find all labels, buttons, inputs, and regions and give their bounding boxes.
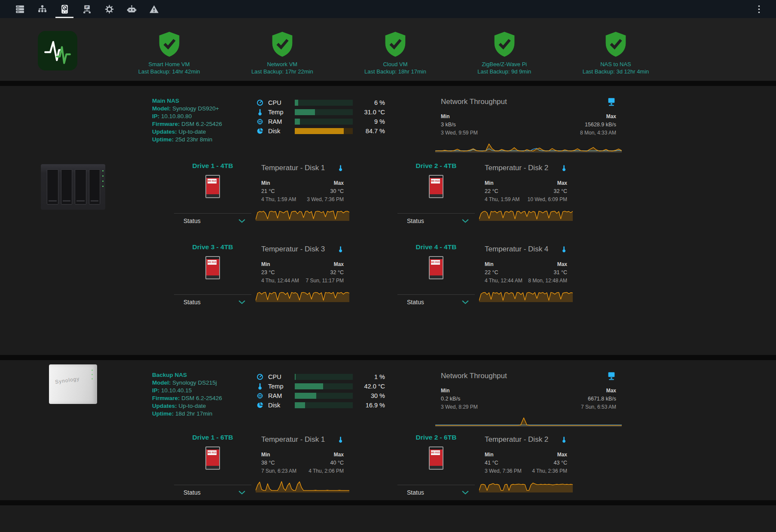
nas-firmware: Firmware: DSM 6.2-25426 bbox=[152, 394, 256, 402]
automation-tab-button[interactable] bbox=[120, 0, 143, 18]
backup-shield-network-vm[interactable]: Network VM Last Backup: 17hr 22min bbox=[251, 31, 313, 75]
max-time: 8 Mon, 4:33 AM bbox=[580, 129, 616, 137]
thermometer-icon bbox=[560, 244, 568, 254]
max-value: 15628.9 kB/s bbox=[580, 121, 616, 129]
drive-2-card: Drive 2 - 4TB WD RED Status Temperatur -… bbox=[397, 162, 621, 224]
network-throughput-card: Network Throughput Min 3 kB/s 3 Wed, 9:5… bbox=[435, 97, 622, 153]
storage-tab-button-active[interactable] bbox=[53, 0, 76, 18]
temp-card-title: Temperatur - Disk 1 bbox=[261, 435, 325, 444]
nas-title: Main NAS bbox=[152, 97, 256, 105]
overflow-menu-button[interactable] bbox=[750, 0, 767, 18]
shield-label: Cloud VM bbox=[383, 61, 407, 68]
temp-max: Max 31 °C 8 Mon, 12:48 AM bbox=[528, 260, 567, 285]
nas-model: Model: Synology DS215j bbox=[152, 379, 256, 387]
network-max: Max 15628.9 kB/s 8 Mon, 4:33 AM bbox=[580, 113, 616, 137]
backup-shield-nas-to-nas[interactable]: NAS to NAS Last Backup: 3d 12hr 4min bbox=[583, 31, 649, 75]
chip-icon bbox=[256, 118, 268, 125]
nas-model: Model: Synology DS920+ bbox=[152, 105, 256, 113]
max-label: Max bbox=[528, 179, 568, 187]
min-time: 4 Thu, 1:59 AM bbox=[261, 196, 296, 204]
backup-shield-cloud-vm[interactable]: Cloud VM Last Backup: 18hr 17min bbox=[364, 31, 426, 75]
thermometer-icon bbox=[256, 108, 268, 116]
stat-value: 31.0 °C bbox=[353, 109, 385, 116]
min-label: Min bbox=[441, 387, 478, 395]
min-label: Min bbox=[485, 260, 522, 269]
temp-min: Min 21 °C 4 Thu, 1:59 AM bbox=[261, 179, 296, 204]
temp-max: Max 30 °C 3 Wed, 7:36 PM bbox=[307, 179, 344, 204]
disk-temperature-card: Temperatur - Disk 4 Min 22 °C 4 Thu, 12:… bbox=[479, 243, 573, 306]
max-time: 4 Thu, 2:36 PM bbox=[532, 467, 567, 475]
chevron-down-icon bbox=[462, 219, 469, 223]
max-label: Max bbox=[581, 387, 616, 395]
thermometer-icon bbox=[256, 382, 268, 390]
servers-tab-button[interactable] bbox=[9, 0, 31, 18]
warning-triangle-icon bbox=[149, 4, 159, 15]
top-toolbar: IP bbox=[0, 0, 776, 18]
max-time: 3 Wed, 7:36 PM bbox=[307, 196, 344, 204]
drive-status-expander[interactable]: Status bbox=[174, 485, 251, 496]
backup-shield-smart-home-vm[interactable]: Smart Home VM Last Backup: 14hr 42min bbox=[138, 31, 200, 75]
temp-card-title: Temperatur - Disk 2 bbox=[485, 435, 548, 444]
shield-last-backup: Last Backup: 9d 9min bbox=[477, 68, 531, 75]
settings-gear-icon bbox=[104, 4, 115, 15]
drive-status-expander[interactable]: Status bbox=[397, 294, 475, 306]
temp-card-title: Temperatur - Disk 3 bbox=[261, 245, 325, 254]
temp-max: Max 32 °C 10 Wed, 6:09 PM bbox=[528, 179, 568, 204]
max-time: 7 Sun, 6:53 AM bbox=[581, 403, 616, 411]
ip-network-tab-button[interactable]: IP bbox=[76, 0, 98, 18]
backup-status-header: Smart Home VM Last Backup: 14hr 42min Ne… bbox=[0, 18, 776, 81]
network-monitor-icon bbox=[607, 97, 616, 107]
min-time: 3 Wed, 8:29 PM bbox=[441, 403, 478, 411]
settings-tab-button[interactable] bbox=[98, 0, 120, 18]
stat-value: 30 % bbox=[353, 392, 385, 399]
thermometer-icon bbox=[337, 163, 344, 173]
temp-max: Max 40 °C 4 Thu, 2:06 PM bbox=[309, 451, 344, 475]
main-nas-panel: Main NAS Model: Synology DS920+ IP: 10.1… bbox=[0, 86, 776, 355]
alerts-tab-button[interactable] bbox=[143, 0, 165, 18]
max-label: Max bbox=[528, 260, 567, 269]
min-label: Min bbox=[485, 179, 519, 187]
min-time: 7 Sun, 6:23 AM bbox=[261, 467, 296, 475]
min-label: Min bbox=[261, 260, 299, 269]
drive-status-expander[interactable]: Status bbox=[174, 294, 251, 306]
shield-label: NAS to NAS bbox=[600, 61, 631, 68]
gauge-icon bbox=[256, 99, 268, 107]
thermometer-icon bbox=[337, 434, 344, 445]
shield-check-icon bbox=[157, 31, 181, 58]
temp-bar bbox=[295, 383, 353, 389]
temp-stat-row: Temp 42.0 °C bbox=[256, 382, 385, 391]
max-label: Max bbox=[309, 451, 344, 459]
status-label: Status bbox=[174, 299, 201, 306]
drive-name: Drive 4 - 4TB bbox=[416, 243, 457, 251]
backup-nas-stats: CPU 1 % Temp 42.0 °C RAM 30 % bbox=[256, 371, 385, 410]
min-label: Min bbox=[441, 113, 478, 121]
disk-stat-row: Disk 84.7 % bbox=[256, 126, 385, 136]
drive-status-expander[interactable]: Status bbox=[397, 485, 475, 496]
wd-red-drive-image: WD RED bbox=[205, 446, 220, 470]
disk-temperature-card: Temperatur - Disk 2 Min 22 °C 4 Thu, 1:5… bbox=[479, 162, 573, 224]
min-value: 3 kB/s bbox=[441, 121, 478, 129]
max-label: Max bbox=[306, 260, 344, 269]
min-label: Min bbox=[485, 451, 522, 459]
max-time: 8 Mon, 12:48 AM bbox=[528, 277, 567, 285]
wd-red-drive-image: WD RED bbox=[429, 446, 443, 470]
nas-updates: Updates: Up-to-date bbox=[152, 128, 256, 136]
max-value: 30 °C bbox=[307, 187, 344, 196]
thermometer-icon bbox=[560, 163, 568, 173]
drive-status-expander[interactable]: Status bbox=[174, 213, 251, 224]
max-value: 31 °C bbox=[528, 269, 567, 277]
nas-ip: IP: 10.10.80.80 bbox=[152, 113, 256, 120]
drive-4-card: Drive 4 - 4TB WD RED Status Temperatur -… bbox=[397, 243, 621, 306]
network-throughput-card: Network Throughput Min 0.2 kB/s 3 Wed, 8… bbox=[435, 371, 622, 427]
chevron-down-icon bbox=[238, 219, 245, 223]
temp-max: Max 43 °C 4 Thu, 2:36 PM bbox=[532, 451, 567, 475]
network-min: Min 3 kB/s 3 Wed, 9:59 PM bbox=[441, 113, 478, 137]
network-monitor-icon bbox=[607, 371, 616, 381]
stat-label: Disk bbox=[268, 402, 295, 409]
nas-uptime: Uptime: 25d 23hr 8min bbox=[152, 136, 256, 144]
network-tab-button[interactable] bbox=[31, 0, 53, 18]
chevron-down-icon bbox=[462, 491, 469, 495]
drive-status-expander[interactable]: Status bbox=[397, 213, 475, 224]
backup-shield-zigbee-zwave-pi[interactable]: ZigBee/Z-Wave Pi Last Backup: 9d 9min bbox=[477, 31, 531, 75]
drive-name: Drive 1 - 4TB bbox=[192, 162, 233, 170]
